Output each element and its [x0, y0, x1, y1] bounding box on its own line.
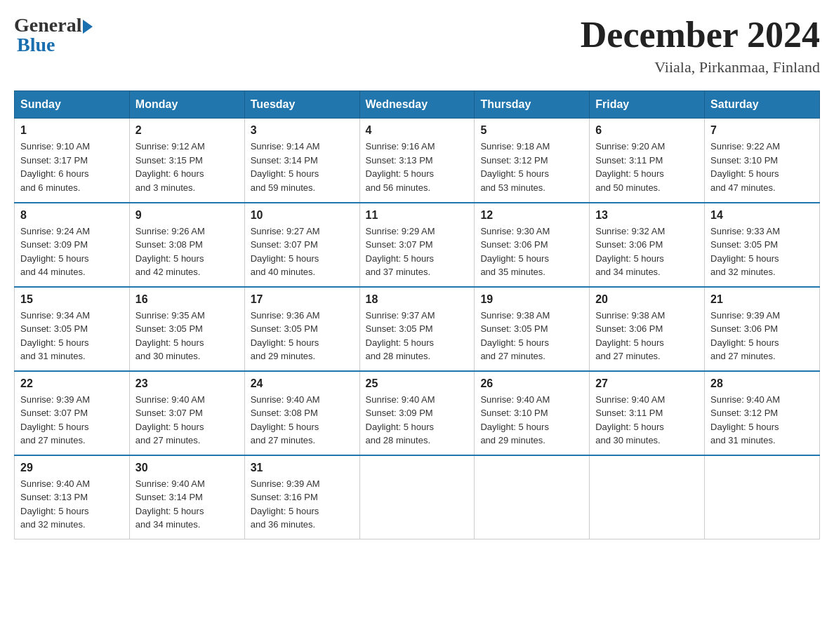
day-info: Sunrise: 9:33 AMSunset: 3:05 PMDaylight:…	[710, 224, 814, 279]
table-row: 25Sunrise: 9:40 AMSunset: 3:09 PMDayligh…	[359, 371, 475, 455]
table-row: 11Sunrise: 9:29 AMSunset: 3:07 PMDayligh…	[359, 203, 475, 287]
day-number: 8	[20, 209, 124, 222]
day-number: 13	[595, 209, 699, 222]
day-number: 27	[595, 377, 699, 390]
day-info: Sunrise: 9:24 AMSunset: 3:09 PMDaylight:…	[20, 224, 124, 279]
day-number: 14	[710, 209, 814, 222]
day-number: 24	[251, 377, 354, 390]
day-info: Sunrise: 9:39 AMSunset: 3:06 PMDaylight:…	[710, 309, 814, 363]
day-number: 23	[135, 377, 239, 390]
calendar-week-row: 29Sunrise: 9:40 AMSunset: 3:13 PMDayligh…	[15, 455, 820, 539]
table-row	[475, 455, 590, 539]
day-number: 18	[366, 293, 469, 306]
table-row: 6Sunrise: 9:20 AMSunset: 3:11 PMDaylight…	[590, 119, 705, 203]
day-number: 4	[366, 124, 469, 137]
table-row: 15Sunrise: 9:34 AMSunset: 3:05 PMDayligh…	[15, 287, 130, 371]
month-title: December 2024	[581, 14, 820, 55]
table-row: 5Sunrise: 9:18 AMSunset: 3:12 PMDaylight…	[475, 119, 590, 203]
header-tuesday: Tuesday	[244, 91, 359, 119]
table-row: 9Sunrise: 9:26 AMSunset: 3:08 PMDaylight…	[129, 203, 244, 287]
day-number: 21	[710, 293, 814, 306]
table-row: 20Sunrise: 9:38 AMSunset: 3:06 PMDayligh…	[590, 287, 705, 371]
table-row: 31Sunrise: 9:39 AMSunset: 3:16 PMDayligh…	[244, 455, 359, 539]
table-row: 29Sunrise: 9:40 AMSunset: 3:13 PMDayligh…	[15, 455, 130, 539]
calendar-week-row: 8Sunrise: 9:24 AMSunset: 3:09 PMDaylight…	[15, 203, 820, 287]
day-number: 25	[366, 377, 469, 390]
calendar-week-row: 15Sunrise: 9:34 AMSunset: 3:05 PMDayligh…	[15, 287, 820, 371]
table-row: 16Sunrise: 9:35 AMSunset: 3:05 PMDayligh…	[129, 287, 244, 371]
day-number: 9	[135, 209, 239, 222]
day-number: 26	[480, 377, 583, 390]
table-row: 23Sunrise: 9:40 AMSunset: 3:07 PMDayligh…	[129, 371, 244, 455]
day-info: Sunrise: 9:35 AMSunset: 3:05 PMDaylight:…	[135, 309, 239, 363]
table-row: 17Sunrise: 9:36 AMSunset: 3:05 PMDayligh…	[244, 287, 359, 371]
day-number: 11	[366, 209, 469, 222]
day-info: Sunrise: 9:10 AMSunset: 3:17 PMDaylight:…	[20, 140, 124, 194]
logo: General Blue	[14, 14, 93, 56]
day-info: Sunrise: 9:14 AMSunset: 3:14 PMDaylight:…	[251, 140, 354, 194]
day-info: Sunrise: 9:39 AMSunset: 3:16 PMDaylight:…	[251, 477, 354, 532]
table-row: 2Sunrise: 9:12 AMSunset: 3:15 PMDaylight…	[129, 119, 244, 203]
day-number: 20	[595, 293, 699, 306]
day-number: 10	[251, 209, 354, 222]
title-section: December 2024 Viiala, Pirkanmaa, Finland	[581, 14, 820, 76]
table-row: 13Sunrise: 9:32 AMSunset: 3:06 PMDayligh…	[590, 203, 705, 287]
day-info: Sunrise: 9:38 AMSunset: 3:06 PMDaylight:…	[595, 309, 699, 363]
calendar-table: Sunday Monday Tuesday Wednesday Thursday…	[14, 90, 820, 539]
day-number: 7	[710, 124, 814, 137]
day-number: 6	[595, 124, 699, 137]
table-row: 27Sunrise: 9:40 AMSunset: 3:11 PMDayligh…	[590, 371, 705, 455]
day-number: 22	[20, 377, 124, 390]
day-info: Sunrise: 9:40 AMSunset: 3:14 PMDaylight:…	[135, 477, 239, 532]
calendar-week-row: 22Sunrise: 9:39 AMSunset: 3:07 PMDayligh…	[15, 371, 820, 455]
logo-triangle-icon	[83, 20, 93, 34]
day-info: Sunrise: 9:18 AMSunset: 3:12 PMDaylight:…	[480, 140, 583, 194]
day-info: Sunrise: 9:29 AMSunset: 3:07 PMDaylight:…	[366, 224, 469, 279]
day-info: Sunrise: 9:16 AMSunset: 3:13 PMDaylight:…	[366, 140, 469, 194]
table-row: 24Sunrise: 9:40 AMSunset: 3:08 PMDayligh…	[244, 371, 359, 455]
day-info: Sunrise: 9:40 AMSunset: 3:07 PMDaylight:…	[135, 393, 239, 448]
day-number: 3	[251, 124, 354, 137]
table-row: 26Sunrise: 9:40 AMSunset: 3:10 PMDayligh…	[475, 371, 590, 455]
day-info: Sunrise: 9:26 AMSunset: 3:08 PMDaylight:…	[135, 224, 239, 279]
page-header: General Blue December 2024 Viiala, Pirka…	[14, 14, 820, 76]
day-number: 17	[251, 293, 354, 306]
day-number: 1	[20, 124, 124, 137]
calendar-week-row: 1Sunrise: 9:10 AMSunset: 3:17 PMDaylight…	[15, 119, 820, 203]
table-row: 18Sunrise: 9:37 AMSunset: 3:05 PMDayligh…	[359, 287, 475, 371]
day-info: Sunrise: 9:36 AMSunset: 3:05 PMDaylight:…	[251, 309, 354, 363]
day-number: 28	[710, 377, 814, 390]
day-number: 2	[135, 124, 239, 137]
day-number: 16	[135, 293, 239, 306]
location: Viiala, Pirkanmaa, Finland	[581, 58, 820, 76]
header-friday: Friday	[590, 91, 705, 119]
day-info: Sunrise: 9:12 AMSunset: 3:15 PMDaylight:…	[135, 140, 239, 194]
header-monday: Monday	[129, 91, 244, 119]
table-row	[705, 455, 820, 539]
day-info: Sunrise: 9:40 AMSunset: 3:12 PMDaylight:…	[710, 393, 814, 448]
day-number: 15	[20, 293, 124, 306]
day-info: Sunrise: 9:30 AMSunset: 3:06 PMDaylight:…	[480, 224, 583, 279]
table-row: 7Sunrise: 9:22 AMSunset: 3:10 PMDaylight…	[705, 119, 820, 203]
table-row: 30Sunrise: 9:40 AMSunset: 3:14 PMDayligh…	[129, 455, 244, 539]
day-number: 19	[480, 293, 583, 306]
table-row: 22Sunrise: 9:39 AMSunset: 3:07 PMDayligh…	[15, 371, 130, 455]
table-row	[590, 455, 705, 539]
day-number: 12	[480, 209, 583, 222]
table-row: 21Sunrise: 9:39 AMSunset: 3:06 PMDayligh…	[705, 287, 820, 371]
table-row: 12Sunrise: 9:30 AMSunset: 3:06 PMDayligh…	[475, 203, 590, 287]
table-row: 8Sunrise: 9:24 AMSunset: 3:09 PMDaylight…	[15, 203, 130, 287]
day-info: Sunrise: 9:34 AMSunset: 3:05 PMDaylight:…	[20, 309, 124, 363]
header-sunday: Sunday	[15, 91, 130, 119]
day-info: Sunrise: 9:37 AMSunset: 3:05 PMDaylight:…	[366, 309, 469, 363]
table-row: 3Sunrise: 9:14 AMSunset: 3:14 PMDaylight…	[244, 119, 359, 203]
header-thursday: Thursday	[475, 91, 590, 119]
day-info: Sunrise: 9:20 AMSunset: 3:11 PMDaylight:…	[595, 140, 699, 194]
table-row: 10Sunrise: 9:27 AMSunset: 3:07 PMDayligh…	[244, 203, 359, 287]
day-info: Sunrise: 9:40 AMSunset: 3:13 PMDaylight:…	[20, 477, 124, 532]
header-wednesday: Wednesday	[359, 91, 475, 119]
logo-blue-text: Blue	[14, 34, 55, 56]
table-row: 14Sunrise: 9:33 AMSunset: 3:05 PMDayligh…	[705, 203, 820, 287]
day-info: Sunrise: 9:40 AMSunset: 3:11 PMDaylight:…	[595, 393, 699, 448]
table-row: 28Sunrise: 9:40 AMSunset: 3:12 PMDayligh…	[705, 371, 820, 455]
